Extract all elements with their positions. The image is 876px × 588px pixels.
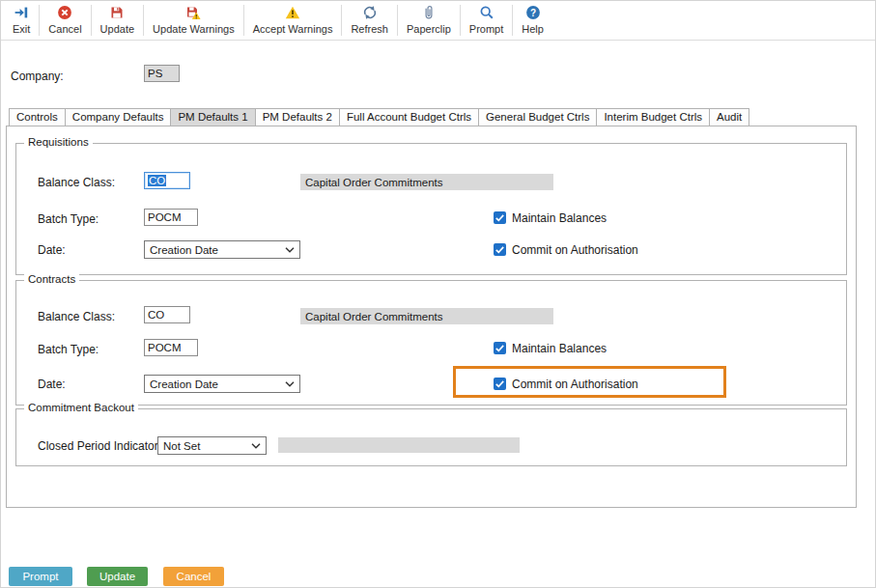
- contracts-batch-type-input[interactable]: POCM: [144, 339, 198, 356]
- requisitions-balance-class-description-text: Capital Order Commitments: [305, 177, 443, 188]
- contracts-batch-type-value: POCM: [148, 342, 182, 353]
- requisitions-batch-type-value: POCM: [148, 211, 182, 223]
- contracts-maintain-balances-label: Maintain Balances: [512, 342, 607, 355]
- prompt-button[interactable]: Prompt: [9, 567, 72, 586]
- company-label: Company:: [11, 70, 64, 83]
- toolbar-separator: [460, 5, 461, 36]
- refresh-label: Refresh: [351, 23, 388, 35]
- contracts-batch-type-label: Batch Type:: [38, 343, 99, 356]
- help-icon: ?: [525, 5, 541, 20]
- cancel-button[interactable]: Cancel: [41, 1, 89, 40]
- prompt-toolbar-label: Prompt: [469, 23, 503, 35]
- tab-company-defaults[interactable]: Company Defaults: [65, 108, 172, 126]
- help-button[interactable]: ? Help: [514, 1, 551, 40]
- chevron-down-icon: [285, 247, 295, 253]
- tab-audit[interactable]: Audit: [709, 108, 749, 126]
- requisitions-date-select[interactable]: Creation Date: [144, 240, 300, 259]
- toolbar-separator: [243, 5, 244, 36]
- exit-icon: [14, 5, 29, 20]
- help-label: Help: [522, 23, 544, 35]
- requisitions-commit-on-authorisation-label: Commit on Authorisation: [512, 243, 638, 257]
- save-icon: [109, 5, 125, 20]
- company-input[interactable]: PS: [144, 65, 180, 82]
- contracts-commit-on-authorisation-label: Commit on Authorisation: [512, 378, 638, 391]
- tab-general-budget-ctrls[interactable]: General Budget Ctrls: [478, 108, 597, 126]
- save-warnings-icon: [185, 5, 201, 20]
- contracts-date-label: Date:: [38, 378, 66, 391]
- contracts-balance-class-label: Balance Class:: [38, 310, 115, 323]
- contracts-date-select[interactable]: Creation Date: [144, 375, 300, 393]
- contracts-group: Contracts Balance Class: CO Capital Orde…: [15, 280, 847, 406]
- closed-period-indicator-label: Closed Period Indicator:: [38, 439, 161, 453]
- requisitions-balance-class-description: Capital Order Commitments: [300, 174, 553, 190]
- contracts-date-value: Creation Date: [150, 378, 281, 390]
- contracts-commit-on-authorisation-checkbox[interactable]: [494, 378, 506, 390]
- chevron-down-icon: [251, 443, 261, 449]
- requisitions-maintain-balances-checkbox[interactable]: [494, 211, 506, 224]
- toolbar-separator: [91, 5, 92, 36]
- chevron-down-icon: [285, 381, 295, 387]
- paperclip-icon: [421, 5, 437, 20]
- contracts-balance-class-input[interactable]: CO: [144, 306, 190, 323]
- tab-pm-defaults-1[interactable]: PM Defaults 1: [170, 108, 255, 126]
- prompt-toolbar-button[interactable]: Prompt: [462, 1, 511, 40]
- toolbar-separator: [341, 5, 342, 36]
- update-label: Update: [100, 23, 134, 35]
- requisitions-balance-class-value: CO: [148, 175, 166, 186]
- update-warnings-button[interactable]: Update Warnings: [145, 1, 242, 40]
- svg-text:?: ?: [530, 8, 536, 18]
- company-value: PS: [148, 68, 162, 79]
- requisitions-batch-type-label: Batch Type:: [38, 212, 99, 226]
- paperclip-label: Paperclip: [407, 23, 451, 35]
- contracts-balance-class-description-text: Capital Order Commitments: [305, 311, 443, 322]
- requisitions-date-value: Creation Date: [150, 244, 281, 256]
- refresh-icon: [362, 5, 378, 20]
- closed-period-indicator-select[interactable]: Not Set: [157, 436, 267, 455]
- tab-full-account-budget-ctrls[interactable]: Full Account Budget Ctrls: [339, 108, 479, 126]
- toolbar: Exit Cancel Update Update Warnings Accep…: [1, 1, 875, 41]
- accept-warnings-label: Accept Warnings: [253, 23, 333, 35]
- requisitions-balance-class-input[interactable]: CO: [144, 172, 190, 189]
- main-panel: Requisitions Balance Class: CO Capital O…: [6, 126, 857, 508]
- cancel-label: Cancel: [48, 23, 81, 35]
- tab-strip: Controls Company Defaults PM Defaults 1 …: [9, 108, 749, 126]
- requisitions-date-label: Date:: [38, 243, 66, 257]
- requisitions-commit-on-authorisation-checkbox[interactable]: [494, 243, 506, 256]
- closed-period-indicator-value: Not Set: [163, 440, 247, 452]
- magnifier-icon: [479, 5, 495, 20]
- requisitions-batch-type-input[interactable]: POCM: [144, 209, 198, 226]
- commitment-backout-group-title: Commitment Backout: [24, 402, 138, 413]
- exit-label: Exit: [13, 23, 30, 35]
- tab-pm-defaults-2[interactable]: PM Defaults 2: [255, 108, 340, 126]
- paperclip-button[interactable]: Paperclip: [399, 1, 459, 40]
- requisitions-group: Requisitions Balance Class: CO Capital O…: [15, 143, 847, 275]
- toolbar-separator: [397, 5, 398, 36]
- warning-triangle-icon: [285, 5, 300, 20]
- tab-controls[interactable]: Controls: [9, 108, 66, 126]
- cancel-button-footer[interactable]: Cancel: [163, 567, 224, 586]
- cancel-icon: [57, 5, 72, 20]
- commitment-backout-group: Commitment Backout Closed Period Indicat…: [15, 408, 847, 466]
- requisitions-group-title: Requisitions: [24, 136, 93, 148]
- application-window: Exit Cancel Update Update Warnings Accep…: [0, 0, 876, 588]
- contracts-balance-class-value: CO: [148, 309, 164, 321]
- contracts-maintain-balances-checkbox[interactable]: [494, 342, 506, 354]
- contracts-balance-class-description: Capital Order Commitments: [300, 308, 553, 324]
- update-warnings-label: Update Warnings: [153, 23, 235, 35]
- toolbar-separator: [39, 5, 40, 36]
- requisitions-balance-class-label: Balance Class:: [38, 176, 115, 189]
- toolbar-separator: [143, 5, 144, 36]
- tab-interim-budget-ctrls[interactable]: Interim Budget Ctrls: [596, 108, 710, 126]
- update-button[interactable]: Update: [93, 1, 142, 40]
- refresh-button[interactable]: Refresh: [343, 1, 396, 40]
- toolbar-separator: [512, 5, 513, 36]
- contracts-group-title: Contracts: [24, 273, 79, 285]
- requisitions-maintain-balances-label: Maintain Balances: [512, 211, 607, 225]
- exit-button[interactable]: Exit: [5, 1, 38, 40]
- closed-period-indicator-description: [278, 437, 520, 453]
- accept-warnings-button[interactable]: Accept Warnings: [245, 1, 341, 40]
- update-button-footer[interactable]: Update: [87, 567, 148, 586]
